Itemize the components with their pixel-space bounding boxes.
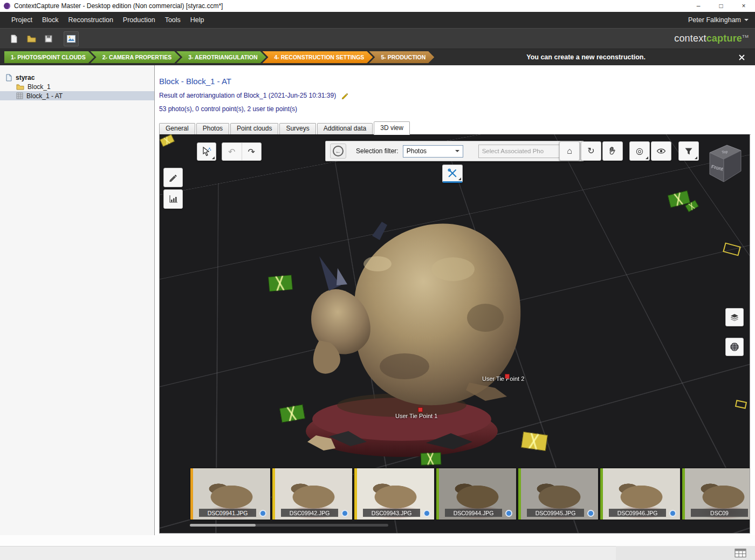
chevron-down-icon <box>455 150 459 152</box>
navigation-cube[interactable]: Top Front <box>703 139 745 187</box>
window-title: ContextCapture Master - Desktop edition … <box>14 2 223 10</box>
tab-general[interactable]: General <box>159 123 195 134</box>
redo-button[interactable]: ↷ <box>242 143 262 160</box>
photo-thumbnail[interactable]: DSC09942.JPG <box>272 468 353 520</box>
banner-close-icon[interactable] <box>738 53 746 62</box>
back-button[interactable]: ← <box>330 144 346 159</box>
target-icon: ◎ <box>636 147 643 155</box>
project-tree: styrac Block_1 Block_1 - AT <box>0 65 155 535</box>
orbit-button[interactable]: ↻ <box>581 141 601 161</box>
filmstrip-scrollbar-thumb[interactable] <box>190 524 256 527</box>
block-stats: 53 photo(s), 0 control point(s), 2 user … <box>159 105 297 113</box>
home-icon: ⌂ <box>567 147 572 155</box>
camera-marker[interactable] <box>160 134 175 147</box>
tab-additional-data[interactable]: Additional data <box>317 123 373 134</box>
photo-pin-icon[interactable] <box>341 510 348 517</box>
3d-viewport[interactable]: User Tie Point 2 User Tie Point 1 ↶ ↷ <box>159 134 750 534</box>
menu-reconstruction[interactable]: Reconstruction <box>63 16 118 24</box>
photo-filename: DSC09 <box>710 510 729 516</box>
tie-point-marker-icon[interactable] <box>505 374 510 379</box>
tree-item-block[interactable]: Block_1 <box>0 82 154 91</box>
chart-icon <box>169 195 178 203</box>
tie-point-2[interactable]: User Tie Point 2 <box>482 375 524 382</box>
selection-cursor-icon <box>201 146 212 157</box>
tie-point-marker-icon[interactable] <box>418 407 423 412</box>
brand-capture: capture <box>706 33 742 44</box>
photo-thumbnail[interactable]: DSC09944.JPG <box>436 468 517 520</box>
photo-pin-icon[interactable] <box>259 510 266 517</box>
photo-filename: DSC09944.JPG <box>454 510 494 516</box>
photo-filename: DSC09943.JPG <box>372 510 412 516</box>
workflow-step-production[interactable]: 5- PRODUCTION <box>369 51 434 63</box>
workflow-step-reconstruction[interactable]: 4- RECONSTRUCTION SETTINGS <box>263 51 373 63</box>
camera-marker[interactable] <box>268 275 293 292</box>
menu-help[interactable]: Help <box>186 16 209 24</box>
menu-production[interactable]: Production <box>118 16 160 24</box>
tools-icon <box>448 168 457 178</box>
open-project-button[interactable] <box>24 31 39 46</box>
tab-3d-view[interactable]: 3D view <box>374 121 410 135</box>
selection-tool-button[interactable] <box>197 142 216 161</box>
photo-thumbnail[interactable]: DSC09941.JPG <box>190 468 271 520</box>
workflow-bar: 1- PHOTOS/POINT CLOUDS 2- CAMERA PROPERT… <box>0 49 755 65</box>
app-logo-icon <box>3 2 11 10</box>
tree-item-block-at[interactable]: Block_1 - AT <box>0 91 154 100</box>
workflow-step-photos[interactable]: 1- PHOTOS/POINT CLOUDS <box>4 51 94 63</box>
photo-thumbnail[interactable]: DSC09 <box>682 468 750 520</box>
user-account-menu[interactable]: Peter Falkingham <box>688 16 749 24</box>
photo-pin-icon[interactable] <box>423 510 430 517</box>
photo-pin-icon[interactable] <box>669 510 676 517</box>
camera-marker[interactable] <box>521 432 548 451</box>
statue-model[interactable] <box>291 204 539 463</box>
display-visibility-button[interactable] <box>651 141 671 161</box>
edit-pencil-icon[interactable] <box>341 92 348 99</box>
home-view-button[interactable]: ⌂ <box>559 141 580 161</box>
menu-project[interactable]: Project <box>6 16 37 24</box>
tab-point-clouds[interactable]: Point clouds <box>230 123 278 134</box>
photo-pin-icon[interactable] <box>587 510 594 517</box>
tab-surveys[interactable]: Surveys <box>279 123 315 134</box>
photo-status-stripe <box>518 468 521 520</box>
photo-thumbnail[interactable]: DSC09943.JPG <box>354 468 435 520</box>
minimize-button[interactable]: – <box>687 0 710 12</box>
measure-tool-button[interactable] <box>163 168 183 187</box>
project-icon <box>5 74 12 81</box>
photo-thumbnail[interactable]: DSC09946.JPG <box>600 468 681 520</box>
photos-view-button[interactable] <box>64 31 79 46</box>
menu-block[interactable]: Block <box>37 16 64 24</box>
camera-marker[interactable] <box>421 452 442 465</box>
tie-point-1[interactable]: User Tie Point 1 <box>395 413 437 419</box>
photo-filmstrip: DSC09941.JPG DSC09942.JPG DSC09943.JPG <box>160 468 750 520</box>
save-project-button[interactable] <box>41 31 56 46</box>
selection-filter-dropdown[interactable]: Photos <box>403 145 463 158</box>
grid-view-icon[interactable] <box>735 548 746 558</box>
brand-logo: contextcaptureTM <box>674 33 749 44</box>
workflow-step-camera[interactable]: 2- CAMERA PROPERTIES <box>91 51 181 63</box>
open-folder-icon <box>26 34 37 44</box>
block-subtitle: Result of aerotriangulation of Block_1 (… <box>159 92 348 99</box>
filmstrip-scrollbar[interactable] <box>190 524 388 527</box>
globe-icon <box>730 342 739 352</box>
tab-photos[interactable]: Photos <box>196 123 229 134</box>
basemap-button[interactable] <box>725 338 744 356</box>
tie-point-tools-button[interactable] <box>442 165 463 183</box>
layers-button[interactable] <box>725 308 744 326</box>
zoom-on-selection-button[interactable]: ◎ <box>629 141 650 161</box>
menu-tools[interactable]: Tools <box>160 16 186 24</box>
new-project-button[interactable] <box>6 31 22 46</box>
maximize-button[interactable]: □ <box>710 0 732 12</box>
photo-pin-icon[interactable] <box>505 510 512 517</box>
tree-item-project[interactable]: styrac <box>0 73 154 82</box>
undo-button[interactable]: ↶ <box>222 143 242 160</box>
close-button[interactable]: × <box>732 0 755 12</box>
main-toolbar: contextcaptureTM <box>0 28 755 49</box>
photo-thumbnail[interactable]: DSC09945.JPG <box>518 468 599 520</box>
photo-filename: DSC09946.JPG <box>617 510 658 516</box>
layers-icon <box>730 313 739 322</box>
workflow-step-aerotriangulation[interactable]: 3- AEROTRIANGULATION <box>176 51 266 63</box>
pan-button[interactable] <box>602 141 623 161</box>
photo-status-stripe <box>190 468 193 520</box>
filter-display-button[interactable] <box>678 141 699 161</box>
hand-icon <box>608 146 617 156</box>
statistics-tool-button[interactable] <box>163 189 183 209</box>
